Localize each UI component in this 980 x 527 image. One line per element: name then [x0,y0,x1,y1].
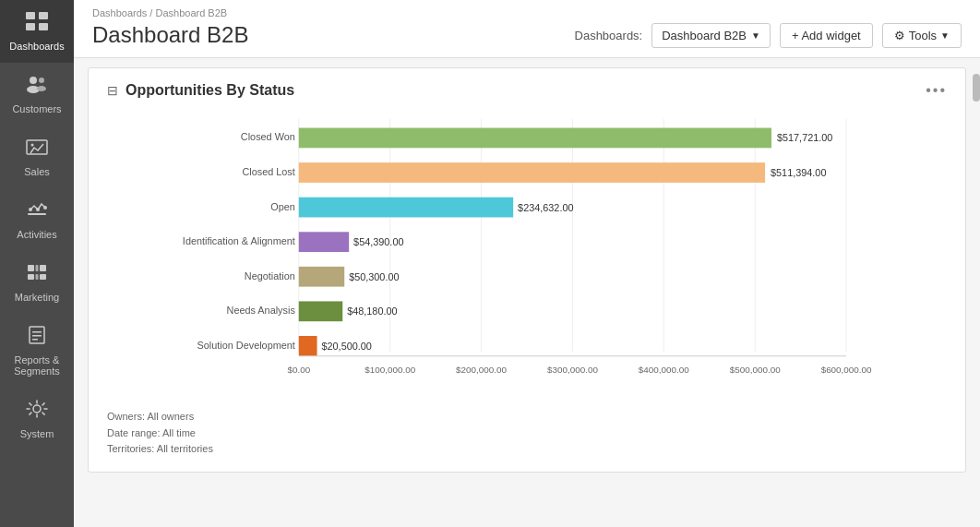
svg-point-24 [33,405,41,413]
gear-icon: ⚙ [894,29,905,42]
marketing-icon [25,262,49,288]
svg-rect-19 [36,274,39,280]
svg-text:Open: Open [270,201,295,212]
dashboards-icon [25,11,49,37]
svg-text:$48,180.00: $48,180.00 [347,305,397,317]
sidebar-item-sales-label: Sales [24,166,50,177]
collapse-icon[interactable]: ⊟ [107,83,118,98]
svg-point-7 [37,86,46,91]
svg-text:$511,394.00: $511,394.00 [771,167,826,178]
svg-rect-21 [32,331,42,333]
chevron-down-icon: ▼ [751,30,760,41]
svg-point-11 [36,208,40,211]
svg-rect-17 [40,274,46,280]
sidebar-item-activities-label: Activities [17,229,56,240]
svg-point-5 [39,78,44,83]
svg-rect-45 [299,267,344,287]
sidebar-item-dashboards[interactable]: Dashboards [0,0,74,63]
svg-rect-14 [28,265,34,271]
page-header: Dashboards / Dashboard B2B Dashboard B2B… [74,0,980,58]
svg-text:Solution Development: Solution Development [197,340,295,351]
svg-text:Closed Won: Closed Won [241,131,295,142]
svg-text:$50,300.00: $50,300.00 [349,271,399,282]
svg-text:$100,000.00: $100,000.00 [365,365,415,375]
bar-chart: Closed Won $517,721.00 Closed Lost $511,… [116,113,938,399]
dashboards-label: Dashboards: [575,29,643,42]
svg-rect-23 [32,339,38,341]
opportunities-widget: ⊟ Opportunities By Status ••• [88,67,966,473]
svg-text:$0.00: $0.00 [287,365,310,375]
svg-rect-33 [299,128,771,149]
add-widget-button[interactable]: + Add widget [780,23,873,48]
sidebar-item-sales[interactable]: Sales [0,126,74,188]
svg-rect-13 [28,213,46,215]
svg-rect-15 [40,265,46,271]
footer-owners: Owners: All owners [107,409,947,425]
svg-rect-8 [27,140,47,154]
sidebar-item-customers-label: Customers [12,103,61,114]
widget-menu-icon[interactable]: ••• [926,82,947,99]
header-actions: Dashboards: Dashboard B2B ▼ + Add widget… [575,23,962,48]
sidebar-item-activities[interactable]: Activities [0,188,74,251]
svg-text:$517,721.00: $517,721.00 [777,132,832,143]
svg-rect-1 [39,12,48,19]
svg-text:$400,000.00: $400,000.00 [639,365,689,375]
svg-rect-2 [26,23,35,30]
system-icon [25,399,49,425]
widget-title: Opportunities By Status [125,82,294,99]
dashboard-content: ⊟ Opportunities By Status ••• [74,58,980,527]
sidebar: Dashboards Customers Sales [0,0,74,527]
sidebar-item-marketing[interactable]: Marketing [0,251,74,314]
sidebar-item-customers[interactable]: Customers [0,63,74,126]
sidebar-item-system-label: System [20,428,54,439]
svg-text:Identification & Alignment: Identification & Alignment [183,235,295,246]
svg-text:$500,000.00: $500,000.00 [730,365,781,375]
svg-text:Needs Analysis: Needs Analysis [227,305,296,316]
chevron-down-icon: ▼ [940,30,950,41]
sidebar-item-reports-label: Reports & Segments [5,354,69,377]
dashboard-dropdown[interactable]: Dashboard B2B ▼ [651,23,771,48]
svg-text:Negotiation: Negotiation [245,270,295,281]
svg-text:Closed Lost: Closed Lost [242,166,294,177]
svg-rect-16 [28,274,34,280]
footer-territories: Territories: All territories [107,441,947,458]
svg-rect-0 [26,12,35,19]
svg-point-12 [43,206,47,210]
sidebar-item-system[interactable]: System [0,388,74,450]
svg-rect-36 [299,162,765,183]
svg-rect-18 [36,265,39,271]
page-title: Dashboard B2B [92,22,248,48]
svg-text:$20,500.00: $20,500.00 [322,341,372,352]
svg-point-4 [30,77,37,84]
svg-text:$234,632.00: $234,632.00 [518,202,573,213]
svg-rect-51 [299,336,317,356]
main-content: Dashboards / Dashboard B2B Dashboard B2B… [74,0,980,527]
widget-footer: Owners: All owners Date range: All time … [107,409,947,458]
svg-rect-22 [32,335,42,337]
widget-header: ⊟ Opportunities By Status ••• [107,82,947,99]
svg-text:$200,000.00: $200,000.00 [456,365,507,375]
footer-date-range: Date range: All time [107,425,947,442]
svg-rect-48 [299,301,342,321]
svg-rect-39 [299,198,513,218]
svg-point-10 [29,208,32,211]
chart-container: Closed Won $517,721.00 Closed Lost $511,… [107,113,947,401]
svg-rect-42 [299,232,349,252]
tools-button[interactable]: ⚙ Tools ▼ [882,23,962,48]
svg-text:$54,390.00: $54,390.00 [353,236,403,247]
activities-icon [25,199,49,225]
svg-text:$300,000.00: $300,000.00 [547,365,598,375]
sales-icon [25,137,49,162]
svg-rect-3 [39,23,48,30]
sidebar-item-reports[interactable]: Reports & Segments [0,314,74,388]
breadcrumb: Dashboards / Dashboard B2B [92,7,962,18]
customers-icon [25,74,49,100]
reports-icon [25,325,49,351]
svg-point-9 [31,144,34,147]
sidebar-item-dashboards-label: Dashboards [9,41,64,52]
svg-text:$600,000.00: $600,000.00 [821,365,872,375]
sidebar-item-marketing-label: Marketing [15,292,59,303]
widget-title-row: ⊟ Opportunities By Status [107,82,294,99]
